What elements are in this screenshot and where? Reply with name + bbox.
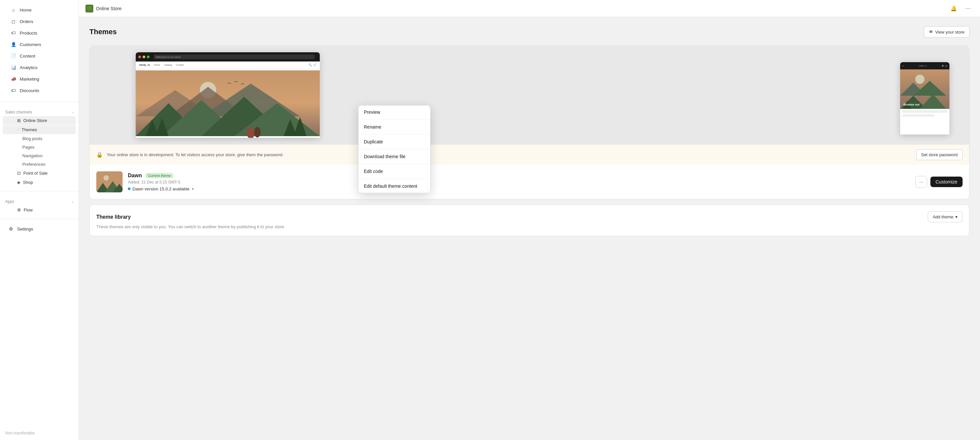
theme-info-section: Dawn Current theme Added: 21 Dec at 5:15… bbox=[90, 165, 969, 199]
svg-text:Browse our: Browse our bbox=[904, 103, 920, 106]
shop-icon: ◈ bbox=[17, 180, 21, 185]
view-store-button[interactable]: 👁 View your store bbox=[924, 26, 969, 37]
sales-channels-section: Sales channels › bbox=[0, 106, 78, 116]
theme-name: Dawn bbox=[128, 173, 142, 179]
sidebar-item-themes[interactable]: └ Themes bbox=[3, 125, 76, 134]
flow-icon: ⚙ bbox=[17, 207, 21, 212]
svg-point-14 bbox=[254, 127, 261, 137]
sidebar-divider-2 bbox=[0, 191, 78, 191]
apps-chevron[interactable]: › bbox=[72, 200, 73, 204]
context-menu-item-rename[interactable]: Rename bbox=[358, 120, 430, 134]
context-menu-item-download[interactable]: Download theme file bbox=[358, 150, 430, 163]
customers-icon: 👤 bbox=[11, 41, 16, 47]
sidebar: ⌂ Home ◻ Orders 🏷 Products 👤 Customers 📄… bbox=[0, 0, 79, 440]
themes-indent-icon: └ bbox=[17, 128, 20, 132]
sidebar-item-navigation[interactable]: Navigation bbox=[3, 151, 76, 160]
version-row: Dawn version 15.0.2 available ▾ bbox=[128, 187, 910, 191]
topbar-more-button[interactable]: ··· bbox=[963, 3, 974, 14]
preview-scene bbox=[136, 69, 320, 138]
sidebar-item-online-store[interactable]: ⊞ Online Store bbox=[3, 116, 76, 125]
browser-url-bar: Welcome to our store bbox=[154, 54, 315, 59]
library-header: Theme library Add theme ▾ bbox=[96, 212, 963, 222]
theme-details: Dawn Current theme Added: 21 Dec at 5:15… bbox=[128, 173, 910, 191]
notification-bell[interactable]: 🔔 bbox=[948, 3, 959, 14]
home-icon: ⌂ bbox=[11, 7, 16, 13]
context-menu: Preview Rename Duplicate Download theme … bbox=[358, 105, 431, 193]
context-menu-divider-5 bbox=[358, 179, 430, 179]
orders-icon: ◻ bbox=[11, 18, 16, 24]
preview-nav-catalog: Catalog bbox=[164, 64, 172, 66]
mobile-content-line-2 bbox=[902, 114, 934, 117]
context-menu-item-edit-default[interactable]: Edit default theme content bbox=[358, 180, 430, 193]
lock-icon: 🔒 bbox=[96, 151, 103, 158]
sidebar-item-point-of-sale[interactable]: ⊡ Point of Sale bbox=[3, 169, 76, 178]
context-menu-item-preview[interactable]: Preview bbox=[358, 105, 430, 119]
browser-bar: Welcome to our store bbox=[136, 52, 320, 62]
non-transferable-label: Non-transferable bbox=[5, 429, 73, 437]
set-password-button[interactable]: Set store password bbox=[916, 149, 963, 160]
sidebar-item-blog-posts[interactable]: Blog posts bbox=[3, 134, 76, 143]
library-description: These themes are only visible to you. Yo… bbox=[96, 224, 963, 229]
theme-name-row: Dawn Current theme bbox=[128, 173, 910, 179]
browser-dot-yellow bbox=[143, 56, 145, 58]
mobile-content-line-1 bbox=[902, 110, 947, 113]
apps-section: Apps › bbox=[0, 195, 78, 205]
library-title: Theme library bbox=[96, 214, 131, 220]
preview-nav-home: Home bbox=[154, 64, 160, 66]
version-indicator-dot bbox=[128, 187, 130, 190]
sidebar-item-preferences[interactable]: Preferences bbox=[3, 160, 76, 168]
sidebar-divider-1 bbox=[0, 102, 78, 102]
discounts-icon: 🏷 bbox=[11, 88, 16, 93]
sidebar-item-shop[interactable]: ◈ Shop bbox=[3, 178, 76, 187]
topbar-left: 🌿 Online Store bbox=[86, 5, 122, 13]
sidebar-item-discounts[interactable]: 🏷 Discounts bbox=[5, 85, 73, 96]
browser-dot-red bbox=[138, 56, 141, 58]
version-chevron-icon[interactable]: ▾ bbox=[192, 187, 194, 191]
preview-nav-icons: 🔍 🛒 bbox=[309, 64, 317, 67]
mobile-content-area bbox=[900, 109, 950, 118]
page-content: Themes 👁 View your store Welcome to our … bbox=[79, 17, 980, 246]
theme-preview-area: Welcome to our store Varify_io Home Cata… bbox=[90, 46, 969, 144]
current-theme-card: Welcome to our store Varify_io Home Cata… bbox=[89, 45, 969, 199]
sidebar-item-settings[interactable]: ⚙ Settings bbox=[3, 223, 76, 234]
theme-actions: ··· Customize bbox=[915, 176, 963, 188]
mobile-preview-scene: Browse our bbox=[900, 69, 950, 109]
sidebar-item-products[interactable]: 🏷 Products bbox=[5, 27, 73, 38]
sidebar-item-analytics[interactable]: 📊 Analytics bbox=[5, 62, 73, 73]
context-menu-item-edit-code[interactable]: Edit code bbox=[358, 165, 430, 178]
analytics-icon: 📊 bbox=[11, 64, 16, 70]
preview-nav-contact: Contact bbox=[176, 64, 184, 66]
theme-more-button[interactable]: ··· bbox=[915, 176, 927, 188]
add-theme-button[interactable]: Add theme ▾ bbox=[928, 212, 963, 222]
theme-thumbnail bbox=[96, 171, 123, 192]
sidebar-item-orders[interactable]: ◻ Orders bbox=[5, 16, 73, 27]
sales-channels-chevron[interactable]: › bbox=[72, 110, 73, 114]
sidebar-item-content[interactable]: 📄 Content bbox=[5, 50, 73, 62]
topbar-right: 🔔 ··· bbox=[948, 3, 974, 14]
add-theme-chevron-icon: ▾ bbox=[955, 214, 958, 219]
sidebar-item-pages[interactable]: Pages bbox=[3, 143, 76, 151]
context-menu-divider-3 bbox=[358, 149, 430, 149]
mobile-preview: ≡ Varify_io 🔍 🛒 bbox=[900, 62, 950, 134]
theme-thumb-svg bbox=[96, 171, 123, 192]
theme-library-card: Theme library Add theme ▾ These themes a… bbox=[89, 204, 969, 236]
preview-nav: Varify_io Home Catalog Contact 🔍 🛒 bbox=[136, 62, 320, 69]
context-menu-divider-4 bbox=[358, 164, 430, 164]
warning-text: Your online store is in development. To … bbox=[107, 152, 912, 157]
sidebar-item-customers[interactable]: 👤 Customers bbox=[5, 39, 73, 50]
sidebar-item-flow[interactable]: ⚙ Flow bbox=[3, 206, 76, 214]
context-menu-item-duplicate[interactable]: Duplicate bbox=[358, 135, 430, 148]
marketing-icon: 📣 bbox=[11, 76, 16, 82]
svg-point-24 bbox=[103, 175, 109, 180]
online-store-icon: ⊞ bbox=[17, 118, 21, 123]
topbar: 🌿 Online Store 🔔 ··· bbox=[79, 0, 980, 17]
sidebar-item-marketing[interactable]: 📣 Marketing bbox=[5, 73, 73, 84]
settings-icon: ⚙ bbox=[8, 226, 14, 232]
customize-button[interactable]: Customize bbox=[931, 177, 963, 187]
sidebar-item-home[interactable]: ⌂ Home bbox=[5, 4, 73, 16]
desktop-preview: Welcome to our store Varify_io Home Cata… bbox=[136, 52, 320, 138]
pos-icon: ⊡ bbox=[17, 171, 21, 175]
current-theme-badge: Current theme bbox=[145, 173, 173, 178]
main-content: 🌿 Online Store 🔔 ··· Themes 👁 View your … bbox=[79, 0, 980, 440]
content-icon: 📄 bbox=[11, 53, 16, 59]
